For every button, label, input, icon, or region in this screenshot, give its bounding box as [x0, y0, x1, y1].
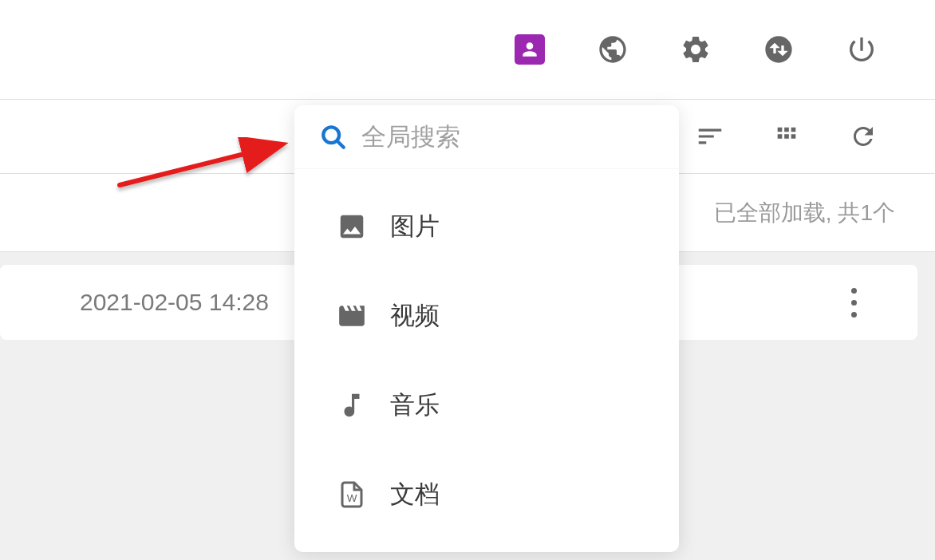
- power-icon: [846, 34, 878, 65]
- refresh-button[interactable]: [847, 120, 879, 152]
- search-icon: [320, 124, 347, 151]
- swap-icon: [763, 34, 795, 65]
- search-categories: 图片 视频 音乐 W: [294, 169, 679, 552]
- category-label: 图片: [390, 210, 440, 243]
- svg-line-1: [337, 140, 344, 147]
- document-icon: W: [336, 479, 368, 511]
- category-image[interactable]: 图片: [294, 182, 679, 271]
- category-label: 视频: [390, 299, 440, 333]
- item-date: 2021-02-05 14:28: [80, 289, 269, 316]
- category-label: 文档: [390, 478, 440, 511]
- search-input[interactable]: [361, 123, 670, 152]
- transfer-button[interactable]: [761, 32, 796, 67]
- category-music[interactable]: 音乐: [294, 361, 679, 450]
- refresh-icon: [849, 122, 878, 151]
- search-panel: 图片 视频 音乐 W: [294, 105, 679, 552]
- music-icon: [336, 389, 368, 421]
- app-header: [0, 0, 935, 99]
- category-document[interactable]: W 文档: [294, 450, 679, 539]
- video-icon: [336, 300, 368, 332]
- account-icon: [515, 34, 545, 65]
- account-button[interactable]: [512, 32, 547, 67]
- globe-button[interactable]: [595, 32, 630, 67]
- svg-text:W: W: [347, 492, 357, 504]
- grid-icon: [773, 123, 800, 150]
- category-video[interactable]: 视频: [294, 271, 679, 361]
- search-header: [294, 105, 679, 169]
- sort-button[interactable]: [694, 120, 726, 152]
- power-button[interactable]: [844, 32, 879, 67]
- gear-icon: [680, 34, 712, 65]
- globe-icon: [597, 34, 629, 65]
- loaded-status: 已全部加载, 共1个: [714, 198, 895, 228]
- category-label: 音乐: [390, 388, 440, 422]
- more-button[interactable]: [838, 278, 870, 326]
- settings-button[interactable]: [678, 32, 713, 67]
- image-icon: [336, 211, 368, 243]
- sort-icon: [695, 121, 725, 152]
- more-vert-icon: [851, 288, 857, 294]
- view-button[interactable]: [771, 120, 803, 152]
